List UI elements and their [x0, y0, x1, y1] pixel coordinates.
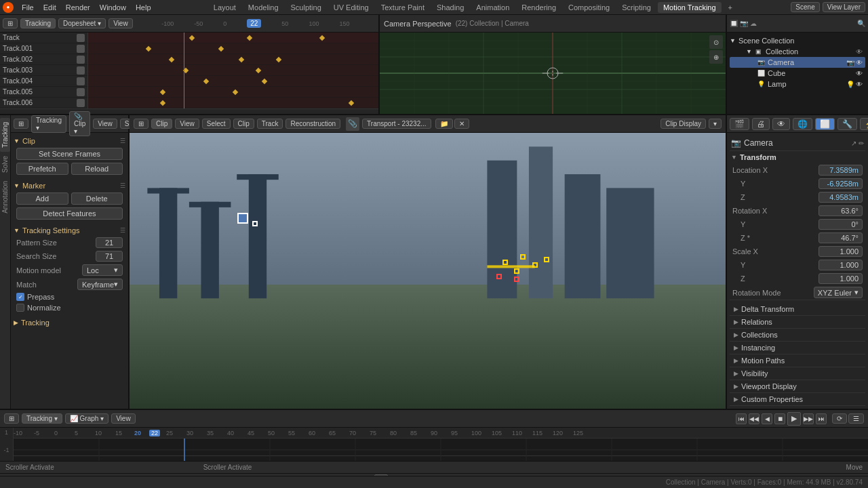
collection-item[interactable]: ▼ ▣ Collection 👁 [730, 46, 865, 57]
view-layer-selector[interactable]: View Layer [823, 2, 865, 12]
viewport-display-section[interactable]: ▶ Viewport Display [730, 380, 865, 393]
particles-props-icon[interactable]: ⚡ [860, 118, 868, 130]
scene-selector[interactable]: Scene [791, 2, 819, 12]
move-label[interactable]: Move [846, 464, 863, 471]
menu-file[interactable]: File [18, 2, 38, 13]
object-extra-icon-2[interactable]: ✏ [859, 140, 864, 147]
tracking-settings-options[interactable]: ☰ [120, 227, 125, 234]
object-props-icon[interactable]: ⬜ [815, 118, 835, 130]
tracker-marker-1[interactable] [502, 260, 508, 265]
menu-help[interactable]: Help [132, 2, 155, 13]
jump-start-btn[interactable]: ⏮ [736, 413, 747, 424]
tracker-marker-2[interactable] [520, 254, 526, 260]
tab-layout[interactable]: Layout [208, 2, 241, 13]
track-name-item[interactable]: Track.005 [0, 87, 87, 98]
play-btn[interactable]: ▶ [787, 412, 801, 426]
track-name-item[interactable]: Track.002 [0, 54, 87, 65]
orbit-control[interactable]: ⊙ [709, 35, 723, 49]
menu-render[interactable]: Render [62, 2, 94, 13]
current-frame-display[interactable]: 22 [247, 19, 261, 28]
search-size-value[interactable]: 71 [96, 251, 123, 262]
graph-view-btn[interactable]: View [111, 413, 136, 424]
lamp-visibility-icon[interactable]: 👁 [856, 81, 863, 88]
tab-modeling[interactable]: Modeling [243, 2, 284, 13]
zoom-control[interactable]: ⊕ [709, 50, 723, 64]
location-y-value[interactable]: -6.9258m [818, 178, 863, 189]
next-keyframe-btn[interactable]: ▶▶ [803, 413, 814, 424]
tab-rendering[interactable]: Rendering [516, 2, 561, 13]
graph-mode-btn[interactable]: Tracking ▾ [22, 413, 62, 424]
detect-features-btn[interactable]: Detect Features [16, 207, 123, 220]
normalize-checkbox[interactable] [16, 304, 24, 312]
output-props-icon[interactable]: 🖨 [752, 118, 770, 130]
view-btn[interactable]: View [108, 18, 133, 28]
graph-sync-btn[interactable]: ⟳ [832, 413, 847, 424]
clip-reconstruction-btn[interactable]: Reconstruction [285, 119, 340, 129]
tracking-mode-btn[interactable]: Tracking [20, 18, 56, 28]
prepass-checkbox[interactable]: ✓ [16, 293, 24, 301]
track-name-item[interactable]: Track.003 [0, 65, 87, 76]
tab-sculpting[interactable]: Sculpting [285, 2, 327, 13]
set-scene-frames-btn[interactable]: Set Scene Frames [16, 148, 123, 160]
collection-expand-icon-2[interactable]: ▼ [746, 48, 752, 55]
collection-expand-icon[interactable]: ▼ [730, 37, 736, 44]
tools-mode-btn[interactable]: Tracking ▾ [31, 115, 66, 133]
tracker-marker-red-1[interactable] [496, 274, 502, 279]
tab-motion-tracking[interactable]: Motion Tracking [658, 2, 722, 13]
scroller-activate-center[interactable]: Scroller Activate [203, 464, 252, 471]
transport-btn[interactable]: Transport - 23232... [362, 119, 431, 129]
render-props-icon[interactable]: 🎬 [730, 118, 749, 130]
rotation-mode-select[interactable]: XYZ Euler ▾ [814, 287, 863, 298]
clip-editor-type-btn[interactable]: ⊞ [134, 119, 149, 129]
track-name-item[interactable]: Track.001 [0, 43, 87, 54]
modifier-props-icon[interactable]: 🔧 [837, 118, 857, 130]
location-x-value[interactable]: 7.3589m [818, 165, 863, 176]
menu-edit[interactable]: Edit [39, 2, 60, 13]
object-extra-icon-1[interactable]: ↗ [851, 140, 856, 147]
tab-shading[interactable]: Shading [431, 2, 469, 13]
open-file-btn[interactable]: 📁 [435, 119, 453, 129]
clip-options-icon[interactable]: ☰ [120, 138, 125, 144]
scale-z-value[interactable]: 1.000 [818, 273, 863, 284]
tools-editor-type[interactable]: ⊞ [14, 119, 28, 129]
jump-end-btn[interactable]: ⏭ [816, 413, 827, 424]
cube-tree-item[interactable]: ⬜ Cube 👁 [730, 68, 865, 79]
motion-model-select[interactable]: Loc ▾ [82, 264, 123, 276]
clip-mode-btn[interactable]: Clip [151, 119, 172, 129]
visibility-section[interactable]: ▶ Visibility [730, 367, 865, 380]
track-name-item[interactable]: Track.004 [0, 76, 87, 87]
tab-solve[interactable]: Solve [0, 152, 10, 177]
visibility-toggle[interactable]: 👁 [856, 48, 863, 56]
track-name-item[interactable]: Track.006 [0, 98, 87, 108]
clip-track-btn[interactable]: Track [257, 119, 283, 129]
tracker-handle[interactable] [252, 221, 258, 226]
prev-keyframe-btn[interactable]: ◀◀ [749, 413, 760, 424]
viewport-canvas[interactable]: ⊙ ⊕ [380, 33, 726, 114]
object-name[interactable]: Camera [744, 138, 773, 148]
marker-options-icon[interactable]: ☰ [120, 182, 125, 189]
tracker-marker-5[interactable] [544, 257, 549, 262]
clip-display-options[interactable]: ▾ [709, 119, 722, 129]
clip-section-header[interactable]: ▼ Clip ☰ [14, 136, 125, 146]
delete-marker-btn[interactable]: Delete [71, 192, 123, 205]
tracker-marker-red-2[interactable] [514, 277, 519, 282]
collections-section[interactable]: ▶ Collections [730, 329, 865, 342]
rotation-x-value[interactable]: 63.6° [818, 205, 863, 216]
tab-scripting[interactable]: Scripting [616, 2, 656, 13]
clip-canvas[interactable] [130, 133, 726, 409]
pattern-size-value[interactable]: 21 [96, 237, 123, 248]
tracker-marker-4[interactable] [514, 268, 519, 274]
stop-btn[interactable]: ⏹ [774, 413, 785, 424]
tab-texture[interactable]: Texture Paint [376, 2, 430, 13]
camera-visibility-icon[interactable]: 👁 [856, 59, 863, 66]
relations-section[interactable]: ▶ Relations [730, 316, 865, 329]
prefetch-btn[interactable]: Prefetch [16, 163, 68, 175]
dopesheet-mode-btn[interactable]: Dopesheet ▾ [58, 18, 106, 28]
scene-props-icon[interactable]: 🌐 [793, 118, 812, 130]
clip-clip-btn[interactable]: Clip [233, 119, 254, 129]
tab-compositing[interactable]: Compositing [563, 2, 615, 13]
tab-add[interactable]: + [723, 2, 738, 13]
reload-btn[interactable]: Reload [71, 163, 123, 175]
rotation-z-value[interactable]: 46.7° [818, 232, 863, 243]
delta-transform-section[interactable]: ▶ Delta Transform [730, 303, 865, 316]
